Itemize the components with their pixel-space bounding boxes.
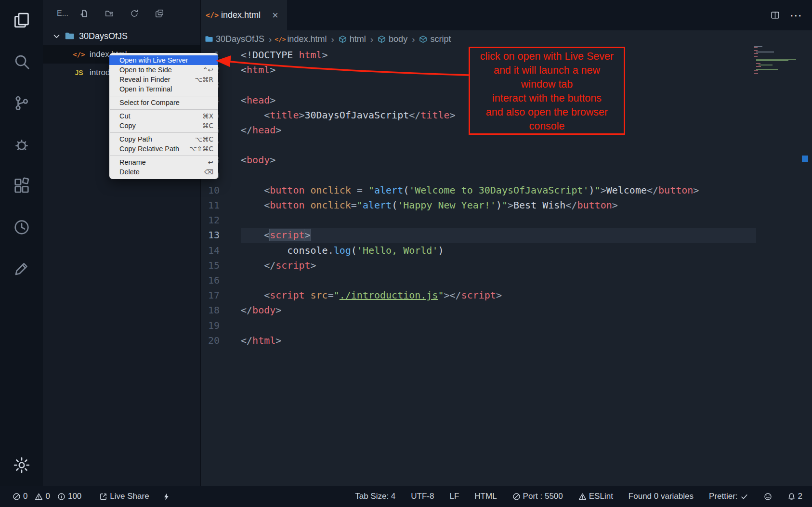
activity-extensions-button[interactable]	[12, 176, 32, 196]
tab-index-html[interactable]: </> index.html ×	[201, 0, 287, 30]
status-warnings[interactable]: 0	[35, 492, 50, 501]
menu-item-delete[interactable]: Delete⌫	[109, 167, 218, 177]
code-line-9[interactable]: 9	[201, 168, 812, 183]
code-line-10[interactable]: 10 <button onclick = "alert('Welcome to …	[201, 183, 812, 198]
close-tab-button[interactable]: ×	[271, 11, 279, 19]
menu-item-label: Open to the Side	[119, 66, 172, 74]
activity-explorer-button[interactable]	[12, 10, 32, 30]
more-actions-button[interactable]: ⋯	[791, 11, 800, 20]
status-language-mode[interactable]: HTML	[474, 492, 497, 501]
status-eol[interactable]: LF	[449, 492, 459, 501]
line-number: 10	[201, 183, 220, 198]
code-line-11[interactable]: 11 <button onclick="alert('Happy New Yea…	[201, 198, 812, 213]
status-eslint[interactable]: ESLint	[578, 492, 613, 501]
activity-feedback-button[interactable]	[12, 259, 32, 279]
menu-shortcut: ⌥⌘R	[195, 76, 213, 83]
explorer-title: E...	[57, 9, 68, 18]
code-line-12[interactable]: 12	[201, 213, 812, 228]
code-line-7[interactable]: 7	[201, 138, 812, 153]
js-icon: JS	[74, 67, 84, 78]
menu-item-copy-relative-path[interactable]: Copy Relative Path⌥⇧⌘C	[109, 144, 218, 154]
folder-30daysofjs[interactable]: 30DaysOfJS	[43, 27, 200, 45]
menu-item-open-with-live-server[interactable]: Open with Live Server	[109, 55, 218, 65]
menu-item-select-for-compare[interactable]: Select for Compare	[109, 98, 218, 107]
breadcrumb-body[interactable]: body	[378, 34, 407, 44]
menu-item-copy-path[interactable]: Copy Path⌥⌘C	[109, 134, 218, 144]
menu-item-copy[interactable]: Copy⌘C	[109, 121, 218, 130]
status-port[interactable]: Port : 5500	[512, 492, 563, 501]
breadcrumb-30daysofjs[interactable]: 30DaysOfJS	[205, 34, 264, 44]
menu-item-label: Copy Path	[119, 135, 152, 143]
status-text: ESLint	[589, 492, 613, 501]
status-live-share[interactable]: Live Share	[99, 492, 149, 501]
activity-run-debug-button[interactable]	[12, 134, 32, 155]
collapse-all-button[interactable]	[155, 9, 164, 18]
annotation-text: interact with the buttons	[470, 91, 624, 105]
annotation-text: click on open with Live Sever	[470, 50, 624, 64]
cube-icon	[378, 35, 386, 43]
new-file-button[interactable]	[80, 9, 89, 18]
line-number: 19	[201, 318, 220, 333]
minimap[interactable]	[754, 46, 799, 75]
status-info[interactable]: 100	[57, 492, 81, 501]
status-text: 0	[23, 492, 27, 501]
status-quick-actions[interactable]	[162, 493, 170, 501]
source-control-icon	[13, 94, 31, 112]
refresh-button[interactable]	[130, 9, 139, 18]
split-editor-button[interactable]	[771, 11, 780, 20]
html-file-icon: </>	[208, 11, 216, 19]
status-text: Live Share	[110, 492, 149, 501]
status-encoding[interactable]: UTF-8	[411, 492, 434, 501]
activity-bar	[0, 0, 43, 486]
status-text: Found 0 variables	[629, 492, 694, 501]
status-tab-size[interactable]: Tab Size: 4	[355, 492, 395, 501]
line-number: 20	[201, 333, 220, 348]
new-folder-button[interactable]	[105, 9, 114, 18]
bell-icon	[787, 493, 796, 501]
status-variables[interactable]: Found 0 variables	[629, 492, 694, 501]
feedback-icon	[13, 260, 31, 278]
status-prettier[interactable]: Prettier:	[709, 492, 748, 501]
annotation-box: click on open with Live Severand it will…	[469, 47, 625, 135]
line-number: 13	[201, 228, 220, 243]
code-line-15[interactable]: 15 </script>	[201, 258, 812, 273]
breadcrumb-separator-icon: ›	[269, 35, 272, 44]
activity-source-control-button[interactable]	[12, 93, 32, 113]
code-line-14[interactable]: 14 console.log('Hello, World')	[201, 243, 812, 258]
code-line-16[interactable]: 16	[201, 273, 812, 288]
menu-separator	[110, 132, 218, 133]
menu-item-reveal-in-finder[interactable]: Reveal in Finder⌥⌘R	[109, 75, 218, 84]
line-number: 12	[201, 213, 220, 228]
menu-shortcut: ↩	[208, 158, 213, 166]
run-debug-icon	[13, 135, 31, 154]
status-notifications[interactable]: 2	[787, 492, 802, 501]
code-line-17[interactable]: 17 <script src="./introduction.js"></scr…	[201, 288, 812, 303]
activity-settings-button[interactable]	[12, 455, 32, 475]
menu-item-label: Open in Terminal	[119, 85, 172, 93]
status-feedback-smiley[interactable]	[764, 493, 772, 501]
code-line-19[interactable]: 19	[201, 318, 812, 333]
new-file-icon	[80, 9, 89, 18]
activity-history-button[interactable]	[12, 217, 32, 237]
breadcrumb-index-html[interactable]: </>index.html	[276, 34, 327, 44]
code-line-8[interactable]: 8<body>	[201, 153, 812, 168]
warning-icon	[35, 493, 43, 501]
chevron-down-icon	[52, 32, 61, 40]
menu-item-open-in-terminal[interactable]: Open in Terminal	[109, 84, 218, 94]
breadcrumb-script[interactable]: script	[419, 34, 451, 44]
status-errors[interactable]: 0	[13, 492, 27, 501]
status-text: 2	[798, 492, 802, 501]
menu-item-rename[interactable]: Rename↩	[109, 157, 218, 167]
menu-shortcut: ⌘C	[202, 122, 213, 130]
line-number: 16	[201, 273, 220, 288]
menu-item-cut[interactable]: Cut⌘X	[109, 111, 218, 121]
code-line-13[interactable]: 13 <script>	[201, 228, 812, 243]
menu-item-open-to-the-side[interactable]: Open to the Side⌃↩	[109, 65, 218, 75]
code-line-20[interactable]: 20</html>	[201, 333, 812, 348]
activity-search-button[interactable]	[12, 52, 32, 72]
breadcrumb-html[interactable]: html	[339, 34, 366, 44]
menu-shortcut: ⌥⌘C	[195, 135, 213, 143]
status-left: 00100Live Share	[13, 492, 170, 501]
code-line-18[interactable]: 18</body>	[201, 303, 812, 318]
collapse-all-icon	[155, 9, 164, 18]
